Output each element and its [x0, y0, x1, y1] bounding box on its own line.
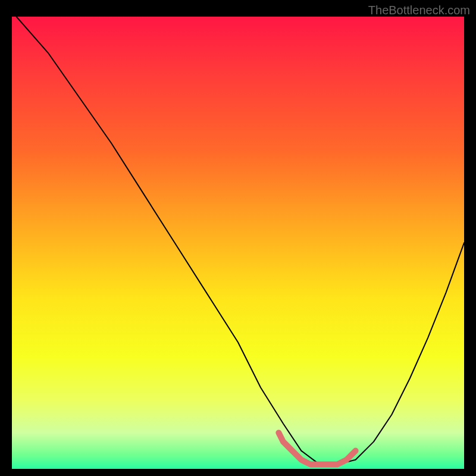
plot-area — [12, 17, 464, 469]
chart-svg — [12, 17, 464, 469]
gradient-background — [12, 17, 464, 469]
watermark-text: TheBottleneck.com — [368, 4, 470, 17]
chart-container: TheBottleneck.com — [0, 0, 476, 476]
